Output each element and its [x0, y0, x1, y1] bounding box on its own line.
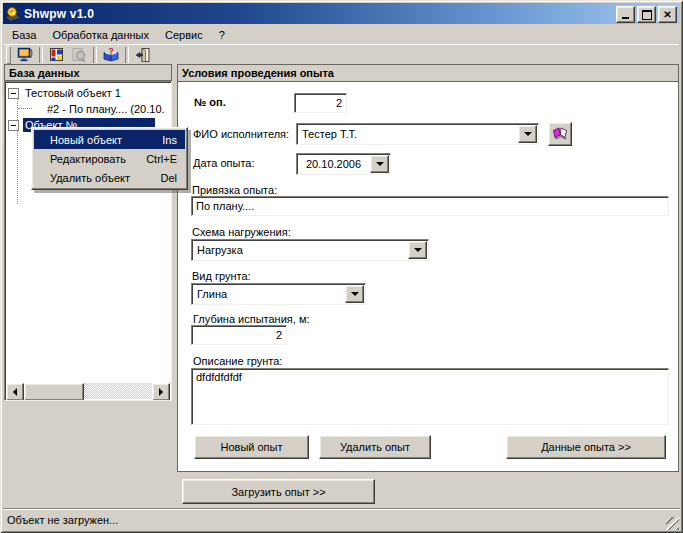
toolbar-separator	[125, 47, 129, 63]
toolbar-separator	[93, 47, 97, 63]
experiment-data-button[interactable]: Данные опыта >>	[506, 435, 666, 459]
arrow-right-icon	[159, 388, 163, 396]
minimize-button[interactable]	[616, 6, 635, 23]
app-icon	[5, 6, 21, 22]
scheme-value: Нагрузка	[192, 244, 407, 256]
minimize-icon	[622, 17, 629, 19]
toolbar-help-button[interactable]: ?	[100, 46, 122, 64]
toolbar-grip[interactable]	[6, 46, 11, 64]
dropdown-button[interactable]	[408, 241, 427, 259]
button-label: Загрузить опыт >>	[231, 486, 325, 498]
scheme-combobox[interactable]: Нагрузка	[191, 239, 429, 261]
menu-item-label: Редактировать	[50, 153, 146, 165]
delete-experiment-button[interactable]: Удалить опыт	[319, 435, 431, 459]
description-label: Описание грунта:	[193, 355, 282, 367]
chevron-down-icon	[351, 292, 359, 296]
date-combobox[interactable]: 20.10.2006	[296, 153, 391, 175]
menu-item-shortcut: Ins	[162, 134, 177, 146]
maximize-button[interactable]	[637, 6, 656, 23]
menu-item-help[interactable]: ?	[211, 27, 233, 43]
toolbar: ?	[4, 44, 679, 65]
executor-value: Тестер Т.Т.	[297, 128, 517, 140]
binding-input[interactable]	[191, 196, 669, 216]
date-label: Дата опыта:	[193, 157, 254, 169]
experiment-no-label: № оп.	[194, 96, 226, 108]
button-label: Удалить опыт	[340, 441, 410, 453]
tree-item-test-object[interactable]: Тестовый объект 1	[8, 85, 123, 101]
button-label: Данные опыта >>	[541, 441, 631, 453]
menu-item-baza[interactable]: База	[4, 27, 44, 43]
scheme-label: Схема нагружения:	[192, 226, 291, 238]
scroll-left-button[interactable]	[6, 383, 24, 401]
toolbar-exit-button[interactable]	[132, 46, 154, 64]
tree-item-label[interactable]: #2 - По плану.... (20.10.	[45, 102, 167, 116]
depth-input[interactable]	[191, 325, 287, 345]
description-textarea[interactable]: dfdfdfdfdf	[191, 368, 669, 425]
toolbar-database-button[interactable]	[14, 46, 36, 64]
close-button[interactable]: ✕	[658, 6, 677, 23]
experiment-no-input[interactable]	[294, 93, 347, 113]
tree-item-label[interactable]: Тестовый объект 1	[23, 86, 123, 100]
window-title: Shwpw v1.0	[24, 7, 94, 21]
right-panel-header: Условия проведения опыта	[177, 64, 679, 82]
exit-door-icon	[135, 47, 151, 63]
context-menu-item-edit[interactable]: Редактировать Ctrl+E	[34, 149, 185, 168]
dropdown-button[interactable]	[518, 125, 537, 143]
new-experiment-button[interactable]: Новый опыт	[194, 435, 309, 459]
context-menu: Новый объект Ins Редактировать Ctrl+E Уд…	[31, 127, 188, 190]
chevron-down-icon	[414, 248, 422, 252]
executor-combobox[interactable]: Тестер Т.Т.	[296, 123, 539, 145]
app-window: Shwpw v1.0 ✕ База Обработка данных Серви…	[0, 0, 683, 533]
menu-item-shortcut: Del	[160, 172, 177, 184]
toolbar-separator	[39, 47, 43, 63]
executor-label: ФИО исполнителя:	[193, 128, 289, 140]
dropdown-button[interactable]	[370, 155, 389, 173]
collapse-icon[interactable]	[8, 88, 19, 99]
context-menu-item-delete-object[interactable]: Удалить объект Del	[34, 168, 185, 187]
scroll-right-button[interactable]	[152, 383, 170, 401]
monitor-database-icon	[17, 47, 34, 63]
arrow-left-icon	[13, 388, 17, 396]
status-text: Объект не загружен...	[3, 514, 118, 526]
executor-book-button[interactable]	[548, 122, 572, 146]
soil-type-label: Вид грунта:	[192, 270, 251, 282]
scrollbar-thumb[interactable]	[24, 383, 84, 401]
menu-bar: База Обработка данных Сервис ?	[4, 25, 679, 44]
chart-icon	[49, 47, 65, 63]
menu-item-label: Удалить объект	[50, 172, 160, 184]
svg-text:?: ?	[108, 47, 113, 56]
binding-label: Привязка опыта:	[192, 184, 277, 196]
title-bar[interactable]: Shwpw v1.0 ✕	[3, 3, 680, 24]
resize-grip[interactable]	[666, 517, 679, 530]
menu-item-shortcut: Ctrl+E	[146, 153, 177, 165]
menu-item-label: Новый объект	[50, 134, 162, 146]
toolbar-preview-button	[68, 46, 90, 64]
horizontal-scrollbar[interactable]	[6, 383, 170, 399]
soil-type-combobox[interactable]: Глина	[191, 283, 366, 305]
maximize-icon	[642, 10, 652, 20]
tree-connector	[17, 94, 18, 204]
date-value: 20.10.2006	[297, 158, 369, 170]
tree-connector	[18, 108, 32, 109]
dropdown-button[interactable]	[345, 285, 364, 303]
button-label: Новый опыт	[220, 441, 282, 453]
print-preview-icon	[71, 47, 87, 63]
address-book-icon	[552, 127, 568, 141]
help-book-icon: ?	[103, 47, 119, 63]
toolbar-chart-button[interactable]	[46, 46, 68, 64]
context-menu-item-new-object[interactable]: Новый объект Ins	[34, 130, 185, 149]
close-icon: ✕	[663, 10, 671, 20]
load-experiment-button[interactable]: Загрузить опыт >>	[182, 479, 375, 504]
left-panel-title: База данных	[9, 67, 80, 79]
right-panel-title: Условия проведения опыта	[182, 67, 334, 79]
soil-type-value: Глина	[192, 288, 344, 300]
left-panel-header: База данных	[4, 64, 172, 81]
tree-item-experiment[interactable]: #2 - По плану.... (20.10.	[41, 101, 167, 117]
depth-label: Глубина испытания, м:	[193, 313, 310, 325]
menu-item-servis[interactable]: Сервис	[157, 27, 211, 43]
experiment-conditions-panel: Условия проведения опыта № оп. ФИО испол…	[177, 64, 679, 472]
chevron-down-icon	[524, 132, 532, 136]
collapse-icon[interactable]	[8, 120, 19, 131]
chevron-down-icon	[376, 162, 384, 166]
menu-item-obrabotka[interactable]: Обработка данных	[44, 27, 157, 43]
